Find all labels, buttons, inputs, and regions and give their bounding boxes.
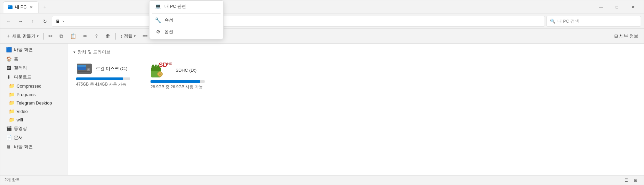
sort-label: 정렬 [124, 33, 133, 39]
close-button[interactable]: ✕ [625, 2, 641, 13]
options-label: 옵션 [164, 29, 173, 35]
drive-bar-wrap-c [76, 77, 130, 80]
tab-title: 내 PC [15, 4, 27, 10]
separator-1 [43, 33, 44, 40]
cut-button[interactable]: ✂ [46, 31, 55, 42]
sidebar-item-label: Telegram Desktop [17, 100, 52, 106]
command-bar: ＋ 새로 만들기 ▾ ✂ ⧉ 📋 ✏ ⇪ 🗑 ↕ 정렬 ▾ ≡≡ [0, 29, 644, 44]
drive-item-d[interactable]: SDHC SDHC (D:) 28.9GB 중 26.9GB 사용 가능 [148, 59, 215, 93]
tab-close-button[interactable]: ✕ [29, 4, 34, 10]
grid-view-icon: ⊞ [634, 178, 637, 183]
drive-label-c: 로컬 디스크 (C:) [96, 66, 128, 72]
status-right: ☰ ⊞ [622, 176, 640, 184]
sidebar-item-label: Programs [17, 92, 36, 97]
hdd-svg-icon [76, 62, 92, 75]
svg-marker-11 [151, 65, 154, 67]
sort-icon: ↕ [120, 33, 123, 39]
sidebar-item-label: 갤러리 [14, 65, 27, 71]
share-icon: ⇪ [94, 33, 99, 39]
paste-button[interactable]: 📋 [67, 31, 79, 42]
forward-button[interactable]: → [15, 16, 26, 27]
options-icon: ⚙ [155, 29, 161, 35]
new-button[interactable]: ＋ 새로 만들기 ▾ [3, 31, 41, 42]
sidebar-item-home[interactable]: 🏠 홈 [2, 54, 66, 63]
sidebar-item-desktop[interactable]: 🟦 바탕 화면 [2, 45, 66, 54]
details-icon: ⊞ [614, 33, 618, 39]
folder-icon: 📁 [8, 92, 15, 97]
view-icon: ≡≡ [142, 33, 147, 39]
videos-icon: 🎬 [6, 126, 12, 131]
sidebar: 🟦 바탕 화면 🏠 홈 🖼 갤러리 ⬇ 다운로드 📁 Compressed 📁 [0, 44, 68, 175]
drive-name-d: SDHC (D:) [176, 68, 197, 73]
partial-item-label: 내 PC 관련 [164, 3, 186, 9]
context-menu-partial-item: 💻 내 PC 관련 [150, 2, 223, 12]
sidebar-item-downloads[interactable]: ⬇ 다운로드 [2, 73, 66, 82]
sidebar-item-telegram[interactable]: 📁 Telegram Desktop [2, 99, 66, 107]
folder-icon: 📁 [8, 109, 15, 114]
new-chevron-icon: ▾ [37, 34, 39, 38]
up-button[interactable]: ↑ [27, 16, 38, 27]
sidebar-item-wifi[interactable]: 📁 wifi [2, 116, 66, 124]
share-button[interactable]: ⇪ [92, 31, 101, 42]
minimize-button[interactable]: — [593, 2, 608, 13]
sidebar-item-video[interactable]: 📁 Video [2, 107, 66, 115]
svg-point-7 [88, 69, 89, 70]
new-icon: ＋ [6, 33, 11, 39]
back-button[interactable]: ← [3, 16, 14, 27]
sidebar-item-compressed[interactable]: 📁 Compressed [2, 82, 66, 90]
folder-icon: 📁 [8, 117, 15, 122]
partial-item-icon: 💻 [155, 3, 161, 9]
cut-icon: ✂ [48, 33, 53, 39]
status-bar: 2개 항목 ☰ ⊞ [0, 175, 644, 185]
title-bar: 내 PC ✕ + — □ ✕ [0, 0, 644, 14]
drive-item-c[interactable]: 로컬 디스크 (C:) 475GB 중 414GB 사용 가능 [73, 59, 141, 93]
delete-icon: 🗑 [106, 33, 111, 39]
rename-icon: ✏ [83, 33, 88, 39]
refresh-button[interactable]: ↻ [40, 16, 50, 27]
tab-folder-icon [7, 4, 13, 10]
details-button[interactable]: ⊞ 세부 정보 [612, 31, 641, 42]
folder-icon: 📁 [8, 83, 15, 89]
sidebar-item-desktop2[interactable]: 🖥 바탕 화면 [2, 142, 66, 151]
sdhc-label-icon: SDHC [159, 62, 172, 68]
list-view-icon: ☰ [624, 178, 628, 183]
window-controls: — □ ✕ [593, 2, 641, 13]
sidebar-item-programs[interactable]: 📁 Programs [2, 90, 66, 98]
sidebar-item-label: 바탕 화면 [14, 47, 33, 53]
grid-view-button[interactable]: ⊞ [631, 176, 640, 184]
item-count: 2개 항목 [4, 177, 20, 183]
sidebar-item-label: 바탕 화면 [14, 144, 33, 150]
delete-button[interactable]: 🗑 [103, 31, 113, 42]
sort-button[interactable]: ↕ 정렬 ▾ [118, 31, 139, 42]
section-label: 장치 및 드라이브 [77, 49, 111, 55]
search-placeholder: 내 PC 검색 [557, 18, 579, 24]
context-options-item[interactable]: ⚙ 옵션 [150, 26, 223, 38]
drive-top-d: SDHC SDHC (D:) [151, 62, 213, 78]
monitor-icon: 🖥 [55, 19, 60, 24]
list-view-button[interactable]: ☰ [622, 176, 630, 184]
sidebar-item-label: Compressed [17, 84, 42, 89]
maximize-button[interactable]: □ [609, 2, 625, 13]
new-tab-button[interactable]: + [40, 2, 50, 12]
drive-bar-d [151, 80, 200, 83]
new-label: 새로 만들기 [12, 33, 36, 39]
downloads-icon: ⬇ [6, 74, 12, 80]
sidebar-item-docs[interactable]: 📄 문서 [2, 133, 66, 142]
sidebar-item-label: 문서 [14, 135, 23, 141]
drive-icon-c [76, 62, 92, 75]
context-properties-item[interactable]: 🔧 속성 [150, 15, 223, 26]
drive-bar-wrap-d [151, 80, 205, 83]
separator-2 [115, 33, 116, 40]
sidebar-item-videos[interactable]: 🎬 동영상 [2, 124, 66, 133]
chevron-down-icon: ▾ [73, 50, 75, 54]
drive-bar-c [76, 77, 123, 80]
search-bar[interactable]: 🔍 내 PC 검색 [546, 16, 641, 27]
tab-my-pc[interactable]: 내 PC ✕ [3, 1, 39, 13]
rename-button[interactable]: ✏ [80, 31, 90, 42]
sidebar-item-gallery[interactable]: 🖼 갤러리 [2, 64, 66, 72]
copy-button[interactable]: ⧉ [57, 31, 66, 42]
home-icon: 🏠 [6, 56, 12, 62]
section-header-devices[interactable]: ▾ 장치 및 드라이브 [73, 49, 638, 55]
svg-point-16 [159, 73, 161, 75]
address-bar[interactable]: 🖥 › [52, 16, 545, 27]
